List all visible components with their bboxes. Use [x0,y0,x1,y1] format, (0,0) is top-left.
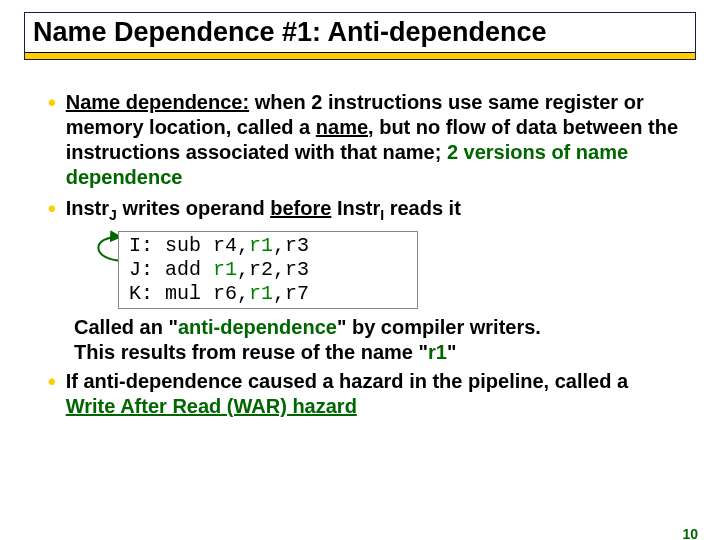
code-line-j: J: add r1,r2,r3 [129,258,407,282]
term-name: name [316,116,368,138]
bullet-dot: • [48,90,56,190]
page-number: 10 [682,526,698,540]
after-code-text: Called an "anti-dependence" by compiler … [74,315,680,365]
reg-r1: r1 [428,341,447,363]
bullet-2: • InstrJ writes operand before InstrI re… [48,196,680,225]
bullet-text: If anti-dependence caused a hazard in th… [66,369,680,419]
term-name-dependence: Name dependence: [66,91,249,113]
code-line-i: I: sub r4,r1,r3 [129,234,407,258]
slide-title: Name Dependence #1: Anti-dependence [33,17,687,48]
title-underline [25,52,695,59]
code-box: I: sub r4,r1,r3 J: add r1,r2,r3 K: mul r… [118,231,418,309]
term-anti-dependence: anti-dependence [178,316,337,338]
code-line-k: K: mul r6,r1,r7 [129,282,407,306]
slide-body: • Name dependence: when 2 instructions u… [48,90,680,419]
bullet-1: • Name dependence: when 2 instructions u… [48,90,680,190]
bullet-dot: • [48,369,56,419]
reg-r1: r1 [249,282,273,305]
title-box: Name Dependence #1: Anti-dependence [24,12,696,60]
bullet-text: Name dependence: when 2 instructions use… [66,90,680,190]
code-wrap: I: sub r4,r1,r3 J: add r1,r2,r3 K: mul r… [118,231,418,309]
bullet-dot: • [48,196,56,225]
bullet-3: • If anti-dependence caused a hazard in … [48,369,680,419]
term-war-hazard: Write After Read (WAR) hazard [66,395,357,417]
slide: Name Dependence #1: Anti-dependence • Na… [0,12,720,540]
subscript-j: J [109,207,117,223]
bullet-text: InstrJ writes operand before InstrI read… [66,196,680,225]
term-before: before [270,197,331,219]
reg-r1: r1 [213,258,237,281]
reg-r1: r1 [249,234,273,257]
